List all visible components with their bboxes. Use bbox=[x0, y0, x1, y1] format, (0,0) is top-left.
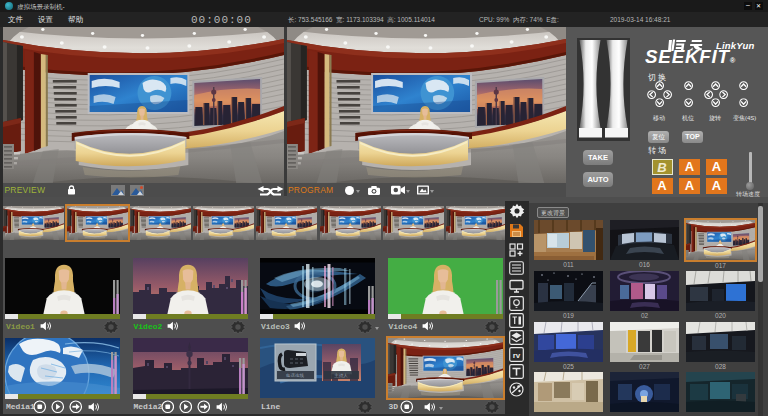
svg-text:电话连线: 电话连线 bbox=[286, 373, 305, 378]
svg-text:rv: rv bbox=[513, 351, 521, 360]
